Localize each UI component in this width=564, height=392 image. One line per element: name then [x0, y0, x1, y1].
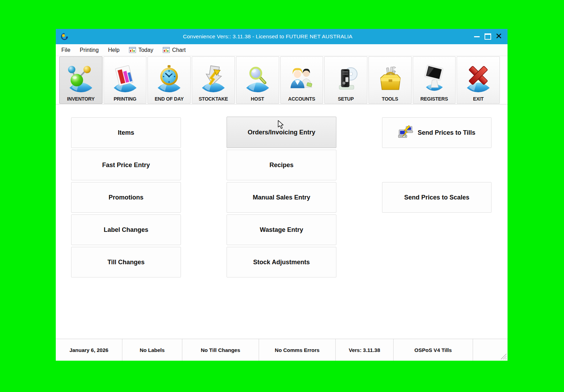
network-computers-icon — [398, 125, 413, 140]
menu-today-label: Today — [138, 47, 153, 53]
status-till-changes: No Till Changes — [182, 339, 259, 361]
stock-adjustments-button[interactable]: Stock Adjustments — [227, 247, 336, 277]
promotions-label: Promotions — [108, 194, 143, 201]
clock-icon — [155, 65, 183, 93]
desktop: { "window": { "title": "Convenience Vers… — [0, 0, 564, 392]
toolbar-setup-button[interactable]: SETUP — [324, 56, 367, 104]
toolbar-inventory-label: INVENTORY — [67, 96, 94, 102]
mini-chart-icon — [129, 47, 136, 53]
toolbar-printing-label: PRINTING — [114, 96, 136, 102]
toolbar-inventory-button[interactable]: INVENTORY — [59, 56, 102, 104]
toolbar-registers-button[interactable]: REGISTERS — [413, 56, 456, 104]
molecule-icon — [67, 65, 95, 93]
toolbar-accounts-label: ACCOUNTS — [288, 96, 315, 102]
menu-file[interactable]: File — [61, 47, 70, 53]
status-version: Vers: 3.11.38 — [335, 339, 393, 361]
send-prices-to-scales-button[interactable]: Send Prices to Scales — [382, 182, 491, 213]
send-prices-to-tills-label: Send Prices to Tills — [418, 129, 475, 136]
wastage-entry-button[interactable]: Wastage Entry — [227, 214, 336, 245]
magnifier-icon — [244, 65, 272, 93]
arrows-icon — [199, 65, 227, 93]
computer-cd-icon — [332, 65, 360, 93]
toolbar-tools-label: TOOLS — [382, 96, 398, 102]
menu-chart-label: Chart — [172, 47, 186, 53]
toolbar-end-of-day-label: END OF DAY — [155, 96, 184, 102]
toolbar-separator — [56, 104, 508, 104]
toolbar-exit-button[interactable]: EXIT — [457, 56, 500, 104]
orders-invoicing-entry-label: Orders/Invoicing Entry — [247, 129, 315, 136]
label-changes-button[interactable]: Label Changes — [71, 214, 181, 245]
status-bar: January 6, 2026 No Labels No Till Change… — [56, 339, 508, 361]
toolbar-stocktake-button[interactable]: STOCKTAKE — [192, 56, 235, 104]
toolbar-host-button[interactable]: HOST — [236, 56, 279, 104]
fast-price-entry-button[interactable]: Fast Price Entry — [71, 150, 181, 180]
manual-sales-entry-label: Manual Sales Entry — [253, 194, 310, 201]
chart-pages-icon — [111, 65, 139, 93]
toolbar-registers-label: REGISTERS — [420, 96, 448, 102]
till-changes-label: Till Changes — [107, 259, 145, 266]
manual-sales-entry-button[interactable]: Manual Sales Entry — [227, 182, 336, 213]
send-prices-to-scales-label: Send Prices to Scales — [404, 194, 469, 201]
wastage-entry-label: Wastage Entry — [260, 226, 303, 234]
status-tills-type: OSPoS V4 Tills — [393, 339, 473, 361]
stock-adjustments-label: Stock Adjustments — [253, 259, 310, 266]
red-x-icon — [464, 65, 492, 93]
status-labels: No Labels — [122, 339, 182, 361]
main-area: Items Fast Price Entry Promotions Label … — [56, 105, 508, 339]
menu-bar: File Printing Help Today — [56, 44, 508, 56]
menu-chart[interactable]: Chart — [163, 47, 186, 53]
items-label: Items — [118, 129, 134, 136]
promotions-button[interactable]: Promotions — [71, 182, 181, 213]
till-changes-button[interactable]: Till Changes — [71, 247, 181, 277]
app-window: Convenience Vers:: 3.11.38 - Licensed to… — [56, 29, 508, 360]
status-empty-cell — [473, 339, 508, 361]
toolbox-icon — [376, 65, 404, 93]
people-icon — [288, 65, 315, 93]
recipes-label: Recipes — [269, 162, 294, 169]
toolbar-stocktake-label: STOCKTAKE — [199, 96, 228, 102]
menu-help[interactable]: Help — [108, 47, 120, 53]
recipes-button[interactable]: Recipes — [227, 150, 336, 180]
menu-today[interactable]: Today — [129, 47, 153, 53]
mini-chart-icon — [163, 47, 170, 53]
minimize-button[interactable] — [474, 36, 480, 37]
toolbar-printing-button[interactable]: PRINTING — [104, 56, 147, 104]
toolbar: INVENTORY PRINTING — [59, 56, 500, 104]
status-date: January 6, 2026 — [56, 339, 122, 361]
mouse-cursor — [278, 120, 285, 129]
toolbar-setup-label: SETUP — [338, 96, 354, 102]
maximize-button[interactable] — [485, 33, 491, 40]
menu-file-label: File — [61, 47, 70, 53]
menu-help-label: Help — [108, 47, 120, 53]
fast-price-entry-label: Fast Price Entry — [102, 162, 150, 169]
window-title: Convenience Vers:: 3.11.38 - Licensed to… — [42, 33, 494, 40]
label-changes-label: Label Changes — [104, 226, 148, 234]
title-bar: Convenience Vers:: 3.11.38 - Licensed to… — [56, 29, 508, 44]
toolbar-end-of-day-button[interactable]: END OF DAY — [147, 56, 191, 104]
toolbar-accounts-button[interactable]: ACCOUNTS — [280, 56, 323, 104]
menu-printing[interactable]: Printing — [80, 47, 99, 53]
close-button[interactable]: ✕ — [494, 31, 503, 41]
monitor-icon — [420, 65, 448, 93]
send-prices-to-tills-button[interactable]: Send Prices to Tills — [382, 117, 491, 148]
menu-printing-label: Printing — [80, 47, 99, 53]
toolbar-tools-button[interactable]: TOOLS — [368, 56, 412, 104]
items-button[interactable]: Items — [71, 117, 181, 148]
toolbar-exit-label: EXIT — [473, 96, 483, 102]
toolbar-host-label: HOST — [251, 96, 264, 102]
status-comms-errors: No Comms Errors — [259, 339, 335, 361]
